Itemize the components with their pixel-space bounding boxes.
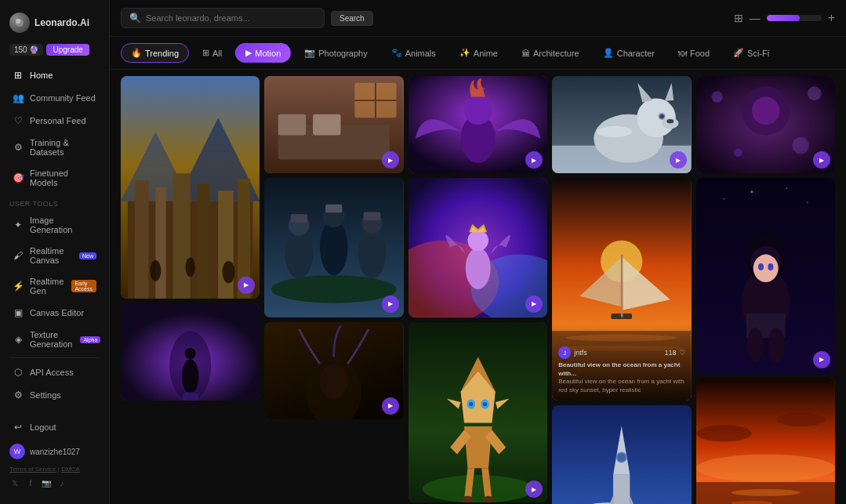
sidebar-item-home[interactable]: ⊞ Home bbox=[3, 64, 106, 86]
sidebar-item-image-gen[interactable]: ✦ Image Generation bbox=[3, 210, 106, 240]
gallery-card[interactable]: ▶ bbox=[264, 76, 403, 173]
sidebar-item-finetuned[interactable]: 🎯 Finetuned Models bbox=[3, 163, 106, 193]
gallery-card[interactable]: ▶ bbox=[264, 322, 403, 419]
svg-rect-23 bbox=[313, 114, 340, 136]
arch-icon: 🏛 bbox=[521, 49, 530, 58]
gallery-card[interactable] bbox=[121, 303, 260, 401]
play-button[interactable]: ▶ bbox=[382, 296, 399, 313]
sidebar-item-texture[interactable]: ◈ Texture Generation Alpha bbox=[3, 325, 106, 354]
svg-point-48 bbox=[467, 230, 488, 252]
sidebar-item-community[interactable]: 👥 Community Feed bbox=[3, 87, 106, 109]
svg-point-60 bbox=[469, 402, 473, 406]
gallery-card[interactable]: ▶ bbox=[264, 178, 403, 317]
play-button[interactable]: ▶ bbox=[525, 296, 543, 313]
sidebar-item-settings[interactable]: ⚙ Settings bbox=[3, 384, 106, 406]
gallery-card[interactable]: ▶ bbox=[121, 76, 260, 299]
logout-item[interactable]: ↩ Logout bbox=[3, 416, 106, 438]
gallery-card[interactable]: ▶ bbox=[408, 76, 547, 173]
tab-all[interactable]: ⊞ All bbox=[192, 43, 232, 63]
svg-rect-37 bbox=[364, 212, 380, 221]
tab-photography[interactable]: 📷 Photography bbox=[294, 43, 377, 63]
card-user-row: J jntfs 118 ♡ bbox=[558, 346, 684, 359]
logo-icon bbox=[9, 13, 30, 33]
sidebar-item-canvas-editor[interactable]: ▣ Canvas Editor bbox=[3, 302, 106, 324]
tab-motion[interactable]: ▶ Motion bbox=[235, 43, 291, 63]
gallery-card[interactable]: J jntfs 118 ♡ Beautiful view on the ocea… bbox=[552, 178, 691, 401]
sidebar-item-training[interactable]: ⚙ Training & Datasets bbox=[3, 132, 106, 162]
twitter-icon[interactable]: 𝕏 bbox=[9, 477, 20, 488]
svg-point-136 bbox=[696, 425, 752, 441]
sidebar-item-label: Community Feed bbox=[30, 93, 96, 103]
gallery-card[interactable]: ▶ bbox=[696, 178, 835, 372]
svg-point-118 bbox=[750, 191, 753, 194]
sidebar: Leonardo.Ai 150 🔮 Upgrade ⊞ Home 👥 Commu… bbox=[0, 0, 110, 504]
gallery-card[interactable] bbox=[696, 378, 835, 504]
facebook-icon[interactable]: f bbox=[25, 477, 36, 488]
grid-icon[interactable]: ⊞ bbox=[734, 12, 743, 24]
tiktok-icon[interactable]: ♪ bbox=[56, 477, 67, 488]
sidebar-item-realtime-gen[interactable]: ⚡ Realtime Gen Early Access bbox=[3, 271, 106, 301]
svg-point-133 bbox=[731, 488, 801, 495]
sidebar-item-realtime-canvas[interactable]: 🖌 Realtime Canvas New bbox=[3, 241, 106, 270]
sidebar-item-api[interactable]: ⬡ API Access bbox=[3, 361, 106, 383]
search-button[interactable]: Search bbox=[331, 11, 373, 26]
tab-animals[interactable]: 🐾 Animals bbox=[381, 43, 446, 63]
svg-point-40 bbox=[320, 364, 347, 398]
logo[interactable]: Leonardo.Ai bbox=[0, 8, 109, 41]
svg-rect-22 bbox=[278, 114, 306, 136]
search-input[interactable] bbox=[146, 13, 316, 23]
motion-icon: ▶ bbox=[245, 48, 252, 58]
svg-point-64 bbox=[462, 495, 473, 502]
tab-character[interactable]: 👤 Character bbox=[593, 43, 665, 63]
char-icon: 👤 bbox=[603, 48, 614, 58]
upgrade-button[interactable]: Upgrade bbox=[46, 44, 89, 56]
sidebar-item-label: Training & Datasets bbox=[30, 138, 96, 157]
plus-icon[interactable]: + bbox=[828, 11, 835, 25]
user-profile[interactable]: W wanzizhe1027 bbox=[0, 439, 109, 464]
gallery-card[interactable]: ▶ bbox=[552, 76, 691, 173]
gallery-card[interactable] bbox=[552, 405, 691, 504]
sidebar-item-label: Canvas Editor bbox=[30, 308, 84, 317]
tab-architecture[interactable]: 🏛 Architecture bbox=[511, 44, 590, 63]
progress-fill bbox=[767, 15, 800, 21]
play-button[interactable]: ▶ bbox=[382, 151, 399, 169]
search-bar: 🔍 bbox=[121, 8, 325, 28]
sidebar-item-label: Realtime Gen bbox=[30, 277, 64, 296]
tab-label: Architecture bbox=[533, 49, 579, 58]
terms-link[interactable]: Terms of Service bbox=[9, 466, 56, 473]
svg-rect-6 bbox=[135, 180, 149, 299]
topbar-icons: ⊞ — + bbox=[734, 11, 835, 25]
tab-anime[interactable]: ✨ Anime bbox=[449, 43, 508, 63]
gallery-card[interactable]: ▶ bbox=[408, 322, 547, 503]
svg-point-84 bbox=[660, 114, 664, 118]
personal-icon: ♡ bbox=[13, 115, 24, 126]
sidebar-item-label: Realtime Canvas bbox=[30, 246, 71, 265]
topbar: 🔍 Search ⊞ — + bbox=[110, 0, 846, 37]
sidebar-item-label: Texture Generation bbox=[30, 330, 72, 349]
divider bbox=[9, 357, 100, 358]
tab-label: Photography bbox=[318, 49, 367, 58]
sidebar-item-personal[interactable]: ♡ Personal Feed bbox=[3, 110, 106, 132]
svg-point-128 bbox=[746, 328, 763, 362]
instagram-icon[interactable]: 📷 bbox=[41, 477, 52, 488]
gallery-card[interactable]: ▶ bbox=[696, 76, 835, 173]
svg-point-112 bbox=[711, 92, 722, 103]
minimize-icon[interactable]: — bbox=[750, 12, 761, 24]
logout-label: Logout bbox=[30, 422, 56, 432]
svg-point-111 bbox=[752, 97, 779, 125]
gallery-card[interactable]: ▶ bbox=[408, 178, 547, 317]
play-button[interactable]: ▶ bbox=[813, 151, 830, 169]
play-button[interactable]: ▶ bbox=[813, 351, 830, 368]
svg-point-13 bbox=[185, 257, 194, 277]
play-button[interactable]: ▶ bbox=[670, 151, 687, 169]
play-button[interactable]: ▶ bbox=[382, 397, 399, 415]
dmca-link[interactable]: DMCA bbox=[61, 466, 80, 473]
finetuned-icon: 🎯 bbox=[13, 172, 24, 183]
tab-food[interactable]: 🍽 Food bbox=[668, 44, 720, 63]
tab-scifi[interactable]: 🚀 Sci-Fi bbox=[723, 43, 779, 63]
tab-trending[interactable]: 🔥 Trending bbox=[121, 43, 189, 63]
animals-icon: 🐾 bbox=[391, 48, 402, 58]
all-icon: ⊞ bbox=[202, 48, 209, 58]
svg-point-61 bbox=[483, 402, 487, 406]
gallery: ▶ bbox=[110, 70, 846, 504]
